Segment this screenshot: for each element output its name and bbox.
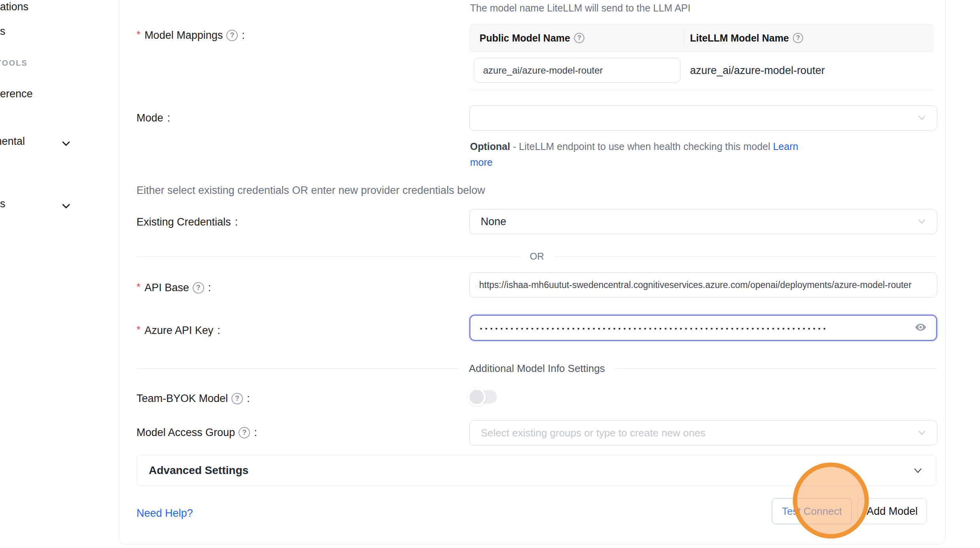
public-name-helper-text: The model name LiteLLM will send to the … (470, 2, 690, 14)
public-model-name-input[interactable] (474, 58, 681, 83)
required-asterisk: * (136, 324, 140, 336)
chevron-down-icon (912, 464, 924, 477)
existing-credentials-label: Existing Credentials : (136, 216, 238, 228)
mode-label: Mode : (136, 112, 170, 124)
help-question-icon[interactable]: ? (574, 33, 584, 43)
model-access-group-placeholder: Select existing groups or type to create… (481, 427, 705, 439)
model-mappings-table: Public Model Name ? LiteLLM Model Name ?… (469, 24, 934, 90)
need-help-link[interactable]: Need Help? (136, 507, 193, 520)
help-question-icon[interactable]: ? (231, 393, 243, 404)
table-header-row: Public Model Name ? LiteLLM Model Name ? (469, 24, 934, 52)
azure-api-key-label: * Azure API Key : (136, 324, 220, 337)
sidebar-item-reference[interactable]: erence (0, 88, 91, 100)
api-base-label: * API Base ? : (136, 282, 211, 294)
table-row: azure_ai/azure-model-router (469, 52, 934, 90)
click-highlight-ring (793, 463, 869, 539)
model-access-group-label: Model Access Group ? : (136, 427, 257, 439)
help-question-icon[interactable]: ? (193, 282, 204, 294)
advanced-settings-title: Advanced Settings (149, 464, 248, 477)
add-model-form-screen: ations s TOOLS erence mental s The model… (0, 0, 980, 548)
sidebar: ations s TOOLS erence mental s (0, 0, 119, 548)
team-byok-label: Team-BYOK Model ? : (136, 393, 250, 405)
sidebar-item-organizations[interactable]: ations (0, 1, 91, 13)
column-header-litellm-model-name: LiteLLM Model Name ? (684, 32, 803, 44)
chevron-down-icon[interactable] (60, 138, 72, 150)
azure-api-key-input[interactable]: ••••••••••••••••••••••••••••••••••••••••… (469, 315, 937, 341)
help-question-icon[interactable]: ? (226, 30, 238, 41)
column-header-public-model-name: Public Model Name ? (469, 32, 684, 44)
header-divider (684, 31, 684, 45)
chevron-down-icon (916, 427, 927, 438)
existing-credentials-select[interactable]: None (469, 209, 937, 234)
or-divider: OR (136, 251, 937, 262)
litellm-model-name-value: azure_ai/azure-model-router (690, 64, 825, 77)
masked-password-dots: ••••••••••••••••••••••••••••••••••••••••… (480, 325, 872, 333)
chevron-down-icon[interactable] (60, 200, 72, 212)
chevron-down-icon (916, 216, 927, 227)
required-asterisk: * (136, 281, 140, 293)
eye-icon[interactable] (913, 321, 928, 335)
model-mappings-label: * Model Mappings ? : (136, 29, 245, 42)
credentials-note: Either select existing credentials OR en… (136, 184, 485, 197)
mode-select[interactable] (469, 105, 937, 131)
chevron-down-icon (916, 112, 927, 123)
sidebar-item-1[interactable]: s (0, 25, 91, 38)
help-question-icon[interactable]: ? (793, 33, 803, 43)
mode-helper-text: Optional - LiteLLM endpoint to use when … (470, 138, 826, 170)
model-access-group-select[interactable]: Select existing groups or type to create… (469, 420, 937, 446)
required-asterisk: * (136, 28, 140, 41)
sidebar-item-settings[interactable]: s (0, 198, 91, 210)
team-byok-toggle[interactable] (469, 390, 497, 404)
sidebar-section-tools: TOOLS (0, 59, 91, 68)
sidebar-item-experimental[interactable]: mental (0, 135, 91, 148)
help-question-icon[interactable]: ? (239, 427, 250, 438)
api-base-input[interactable] (469, 272, 937, 298)
existing-credentials-value: None (481, 216, 506, 228)
additional-settings-divider: Additional Model Info Settings (136, 362, 937, 375)
